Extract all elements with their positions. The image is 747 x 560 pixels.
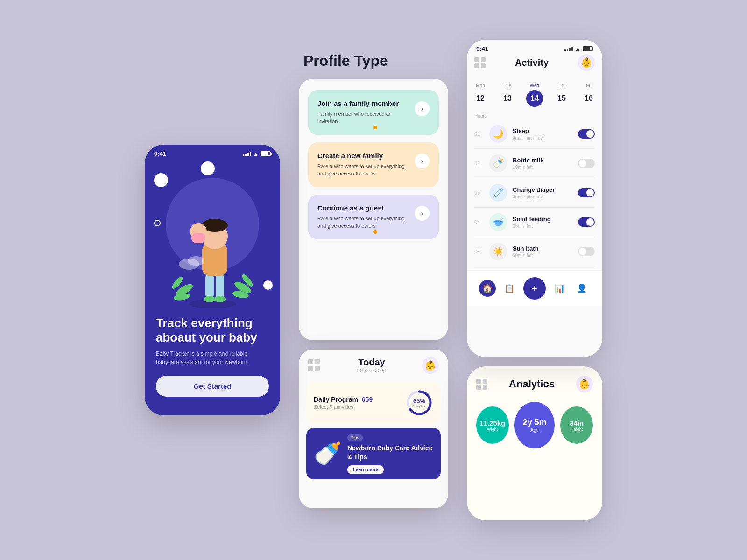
activity-nav: Activity 👶 [467,54,602,75]
profile-card-family[interactable]: Join as a family member Family member wh… [308,90,439,135]
new-family-card-desc: Parent who wants to set up everything an… [317,162,410,178]
status-bar: 9:41 ▲ [145,145,280,159]
profile-type-screen: Join as a family member Family member wh… [299,79,448,340]
sleep-icon: 🌙 [489,125,507,143]
profile-type-wrapper: Profile Type Join as a family member Fam… [299,52,448,508]
activity-diaper: 03 🧷 Change diaper 0min · just now [474,178,595,208]
card-dot-1 [374,126,377,129]
svg-rect-1 [205,273,214,299]
day-thu[interactable]: Thu 15 [553,83,570,107]
sunbath-toggle[interactable] [578,247,595,256]
family-card-desc: Family member who received an invitation… [317,110,410,126]
day-mon-num: 12 [472,90,489,107]
bottle-toggle[interactable] [578,159,595,168]
weight-value: 11.25kg [479,419,505,427]
activity-sunbath: 05 ☀️ Sun bath 50min left [474,237,595,266]
profile-card-new-family[interactable]: Create a new family Parent who wants to … [308,142,439,187]
height-circle: 34in Height [560,406,593,444]
sleep-name: Sleep [513,127,572,134]
day-thu-num: 15 [553,90,570,107]
status-icons: ▲ [243,151,271,157]
daily-program-title: Daily Program 659 [314,396,373,403]
analytics-grid-icon[interactable] [476,379,487,390]
activity-avatar: 👶 [578,54,595,71]
days-row: Mon 12 Tue 13 Wed 14 Thu 15 Fri 16 [467,79,602,111]
profile-type-heading: Profile Type [299,52,448,70]
activity-signal-icon [564,47,573,51]
day-fri-name: Fri [586,83,592,88]
svg-point-13 [173,292,191,301]
day-mon[interactable]: Mon 12 [472,83,489,107]
day-tue[interactable]: Tue 13 [499,83,516,107]
day-mon-name: Mon [476,83,485,88]
hero-illustration [170,196,254,308]
svg-point-3 [204,296,215,302]
feeding-icon: 🥣 [489,213,507,231]
onboarding-title: Track everything aboaut your baby [156,316,269,345]
onboarding-subtitle: Baby Tracker is a simple and reliable ba… [156,350,269,366]
sunbath-icon: ☀️ [489,243,507,260]
day-wed-num: 14 [526,90,543,107]
day-fri-num: 16 [580,90,597,107]
day-fri[interactable]: Fri 16 [580,83,597,107]
get-started-button[interactable]: Get Started [156,376,269,397]
nav-add-button[interactable]: + [523,277,546,300]
today-header: Today 20 Sep 2020 👶 [299,350,448,378]
sleep-toggle[interactable] [578,129,595,139]
grid-icon[interactable] [474,57,486,68]
new-family-card-arrow[interactable]: › [415,154,430,168]
activity-sleep: 01 🌙 Sleep 0min · just now [474,119,595,149]
guest-card-arrow[interactable]: › [415,206,430,221]
profile-card-guest[interactable]: Continue as a guest Parent who wants to … [308,195,439,239]
sleep-time: 0min · just now [513,135,572,140]
nav-person-button[interactable]: 👤 [573,280,590,297]
tips-title: Newborn Baby Care Advice & Tips [347,444,433,461]
today-nav-icon[interactable] [308,359,321,371]
deco-dot-1 [154,173,168,187]
weight-label: Wight [487,427,498,432]
activity-feeding: 04 🥣 Solid feeding 25min left [474,208,595,237]
activity-list: 01 🌙 Sleep 0min · just now 02 🍼 Bottle m… [467,119,602,266]
progress-circle: 65% Complete [405,389,433,417]
activity-time: 9:41 [476,45,488,52]
weight-circle: 11.25kg Wight [476,406,509,444]
day-wed[interactable]: Wed 14 [526,83,543,107]
activity-status-bar: 9:41 ▲ [467,40,602,54]
analytics-avatar: 👶 [576,376,593,392]
activity-wifi-icon: ▲ [575,45,581,52]
hours-label: Hours [474,111,487,119]
tips-learn-button[interactable]: Learn more [347,465,384,474]
today-screen: Today 20 Sep 2020 👶 Daily Program 659 Se… [299,350,448,508]
nav-doc-button[interactable]: 📋 [501,280,518,297]
bottle-icon: 🍼 [489,154,507,172]
deco-dot-2 [201,161,215,175]
activity-bottle: 02 🍼 Bottle milk 10min left [474,149,595,178]
onboarding-content: Track everything aboaut your baby Baby T… [145,308,280,404]
battery-icon [261,151,271,156]
deco-dot-3 [154,220,161,226]
family-card-arrow[interactable]: › [415,101,430,116]
new-family-card-title: Create a new family [317,152,410,160]
wifi-icon: ▲ [253,151,259,157]
diaper-time: 0min · just now [513,194,572,199]
signal-bars-icon [243,152,251,156]
progress-pct: 65% [412,398,426,405]
daily-program-card[interactable]: Daily Program 659 Select 5 activities 65… [306,381,441,424]
diaper-toggle[interactable] [578,188,595,197]
tips-badge: Tips [347,434,363,441]
time: 9:41 [154,150,166,157]
analytics-header: Analytics 👶 [476,376,593,392]
diaper-icon: 🧷 [489,184,507,202]
nav-home-button[interactable]: 🏠 [479,280,496,297]
right-column: 9:41 ▲ Activity 👶 Mon 12 [467,40,602,520]
tips-card[interactable]: 🍼 Tips Newborn Baby Care Advice & Tips L… [306,428,441,479]
bottle-time: 10min left [513,165,572,170]
feeding-toggle[interactable] [578,217,595,227]
svg-point-4 [214,296,226,302]
today-heading: Today [357,357,386,368]
nav-chart-button[interactable]: 📊 [551,280,568,297]
deco-dot-4 [263,280,273,290]
feeding-name: Solid feeding [513,216,572,223]
age-value: 2y 5m [522,418,546,427]
svg-rect-9 [191,233,205,243]
